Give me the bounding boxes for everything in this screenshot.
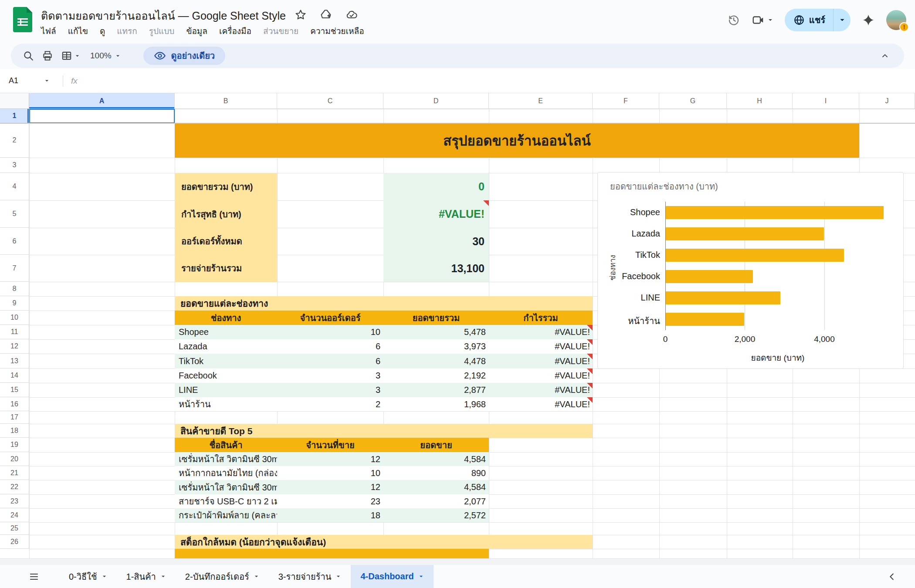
chart-bar-TikTok[interactable] xyxy=(666,249,844,262)
chart-bar-Shopee[interactable] xyxy=(666,206,884,219)
row-header-11[interactable]: 11 xyxy=(0,325,29,339)
sheet-tab-2-บันทึกออร์เดอร์[interactable]: 2-บันทึกออร์เดอร์ xyxy=(176,565,269,588)
search-button[interactable] xyxy=(19,46,38,65)
menu-ข้อมูล[interactable]: ข้อมูล xyxy=(186,24,207,37)
sheets-logo-icon[interactable] xyxy=(13,7,32,32)
scroll-tabs-left-button[interactable] xyxy=(882,565,902,588)
channel-name-cell[interactable]: TikTok xyxy=(175,354,277,368)
column-header-F[interactable]: F xyxy=(593,93,659,109)
row-header-15[interactable]: 15 xyxy=(0,383,29,397)
sheet-tab-1-สินค้า[interactable]: 1-สินค้า xyxy=(117,565,176,588)
column-header-A[interactable]: A xyxy=(29,93,175,109)
cell-format-button[interactable] xyxy=(57,46,84,65)
menu-ความช่วยเหลือ[interactable]: ความช่วยเหลือ xyxy=(310,24,364,37)
channel-orders-cell[interactable]: 6 xyxy=(277,354,383,368)
top5-qty-cell[interactable]: 12 xyxy=(277,480,383,494)
summary-value-cell[interactable]: 30 xyxy=(383,228,489,255)
all-sheets-button[interactable] xyxy=(21,565,47,588)
column-header-C[interactable]: C xyxy=(277,93,383,109)
name-box[interactable]: A1 xyxy=(0,76,52,85)
top5-sales-cell[interactable]: 2,077 xyxy=(383,494,489,508)
channel-orders-cell[interactable]: 3 xyxy=(277,383,383,397)
channel-name-cell[interactable]: LINE xyxy=(175,383,277,397)
menu-เครื่องมือ[interactable]: เครื่องมือ xyxy=(219,24,251,37)
version-history-icon[interactable] xyxy=(727,14,740,27)
sheet-tab-3-รายจ่ายร้าน[interactable]: 3-รายจ่ายร้าน xyxy=(269,565,351,588)
top5-product-cell[interactable]: หน้ากากอนามัยไทย (กล่อง 50 xyxy=(175,466,277,480)
meet-camera-icon[interactable] xyxy=(752,14,765,27)
sheet-tab-4-Dashboard[interactable]: 4-Dashboard xyxy=(351,565,433,588)
channel-profit-cell[interactable]: #VALUE! xyxy=(489,339,593,354)
row-header-22[interactable]: 22 xyxy=(0,480,29,494)
avatar[interactable]: ! xyxy=(886,10,906,30)
row-header-10[interactable]: 10 xyxy=(0,311,29,325)
top5-qty-cell[interactable]: 23 xyxy=(277,494,383,508)
top5-qty-cell[interactable]: 18 xyxy=(277,508,383,522)
dashboard-banner[interactable]: สรุปยอดขายร้านออนไลน์ xyxy=(175,123,859,158)
cloud-saved-icon[interactable] xyxy=(345,9,358,21)
channel-profit-cell[interactable]: #VALUE! xyxy=(489,368,593,383)
column-header-G[interactable]: G xyxy=(659,93,727,109)
channel-name-cell[interactable]: Facebook xyxy=(175,368,277,383)
top5-sales-cell[interactable]: 4,584 xyxy=(383,452,489,466)
gemini-icon[interactable] xyxy=(862,14,875,27)
menu-แทรก[interactable]: แทรก xyxy=(117,24,137,37)
column-header-H[interactable]: H xyxy=(727,93,793,109)
channel-sales-cell[interactable]: 1,968 xyxy=(383,397,489,411)
column-header-E[interactable]: E xyxy=(489,93,593,109)
row-header-13[interactable]: 13 xyxy=(0,354,29,368)
zoom-select[interactable]: 100% xyxy=(90,51,121,61)
menu-ดู[interactable]: ดู xyxy=(100,24,105,37)
collapse-toolbar-button[interactable] xyxy=(875,46,895,65)
row-header-23[interactable]: 23 xyxy=(0,494,29,508)
row-header-5[interactable]: 5 xyxy=(0,200,29,228)
camera-caret-icon[interactable] xyxy=(767,17,773,23)
row-header-20[interactable]: 20 xyxy=(0,452,29,466)
channel-orders-cell[interactable]: 3 xyxy=(277,368,383,383)
summary-value-cell[interactable]: 0 xyxy=(383,173,489,200)
top5-product-cell[interactable]: เซรั่มหน้าใส วิตามินซี 30ml xyxy=(175,480,277,494)
row-header-1[interactable]: 1 xyxy=(0,109,29,123)
channel-orders-cell[interactable]: 2 xyxy=(277,397,383,411)
row-header-25[interactable]: 25 xyxy=(0,522,29,535)
summary-label-cell[interactable]: ออร์เดอร์ทั้งหมด xyxy=(175,228,277,255)
print-button[interactable] xyxy=(38,46,57,65)
channel-sales-cell[interactable]: 5,478 xyxy=(383,325,489,339)
top5-qty-cell[interactable]: 12 xyxy=(277,452,383,466)
channel-profit-cell[interactable]: #VALUE! xyxy=(489,383,593,397)
channel-sales-cell[interactable]: 2,877 xyxy=(383,383,489,397)
row-header-12[interactable]: 12 xyxy=(0,339,29,354)
menu-ส่วนขยาย[interactable]: ส่วนขยาย xyxy=(263,24,298,37)
top5-product-cell[interactable]: กระเป๋าผ้าพิมพ์ลาย (คละลาย) xyxy=(175,508,277,522)
row-header-14[interactable]: 14 xyxy=(0,368,29,383)
chart-bar-LINE[interactable] xyxy=(666,291,780,304)
menu-แก้ไข[interactable]: แก้ไข xyxy=(68,24,88,37)
menu-ไฟล์[interactable]: ไฟล์ xyxy=(41,24,56,37)
top5-product-cell[interactable]: เซรั่มหน้าใส วิตามินซี 30ml xyxy=(175,452,277,466)
row-header-26[interactable]: 26 xyxy=(0,535,29,549)
menu-รูปแบบ[interactable]: รูปแบบ xyxy=(149,24,175,37)
channel-profit-cell[interactable]: #VALUE! xyxy=(489,397,593,411)
summary-label-cell[interactable]: รายจ่ายร้านรวม xyxy=(175,255,277,282)
share-button[interactable]: แชร์ xyxy=(785,9,833,31)
summary-value-cell[interactable]: #VALUE! xyxy=(383,200,489,228)
channel-sales-cell[interactable]: 2,192 xyxy=(383,368,489,383)
row-header-7[interactable]: 7 xyxy=(0,255,29,282)
row-header-4[interactable]: 4 xyxy=(0,173,29,200)
channel-name-cell[interactable]: Shopee xyxy=(175,325,277,339)
row-header-6[interactable]: 6 xyxy=(0,228,29,255)
top5-sales-cell[interactable]: 4,584 xyxy=(383,480,489,494)
star-icon[interactable] xyxy=(295,9,307,21)
summary-label-cell[interactable]: กำไรสุทธิ (บาท) xyxy=(175,200,277,228)
row-header-24[interactable]: 24 xyxy=(0,508,29,522)
move-to-drive-icon[interactable] xyxy=(320,9,332,21)
row-header-8[interactable]: 8 xyxy=(0,282,29,296)
channel-orders-cell[interactable]: 10 xyxy=(277,325,383,339)
chart-bar-Facebook[interactable] xyxy=(666,270,753,283)
row-header-18[interactable]: 18 xyxy=(0,424,29,438)
column-header-D[interactable]: D xyxy=(383,93,489,109)
row-header-16[interactable]: 16 xyxy=(0,397,29,411)
row-header-9[interactable]: 9 xyxy=(0,296,29,311)
top5-product-cell[interactable]: สายชาร์จ USB-C ยาว 2 เมตร xyxy=(175,494,277,508)
column-header-I[interactable]: I xyxy=(793,93,859,109)
